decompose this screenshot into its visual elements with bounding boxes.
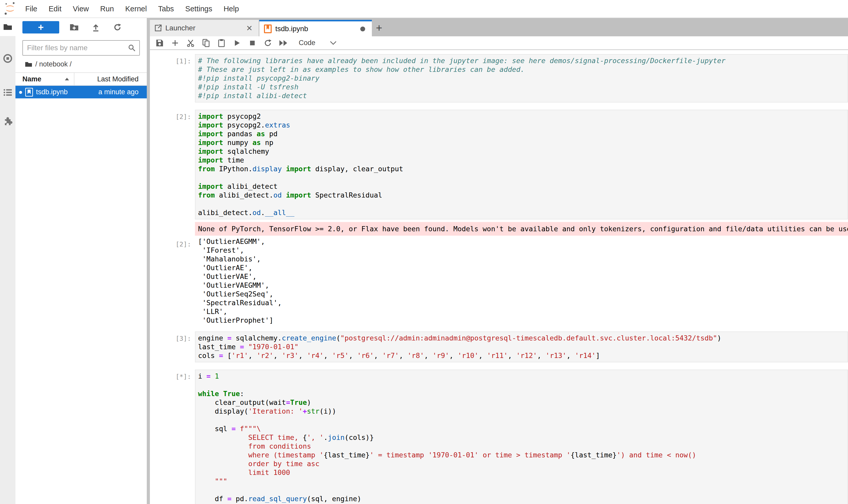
save-button[interactable] <box>152 37 167 49</box>
sidebar-tab-extensions[interactable] <box>0 112 15 130</box>
code-line <box>198 200 847 208</box>
code-line: limit 1000 <box>198 468 847 477</box>
code-line: from conditions <box>198 442 847 451</box>
cell-prompt: [2]: <box>150 110 195 219</box>
save-icon <box>156 39 164 47</box>
refresh-button[interactable] <box>107 21 128 34</box>
output-line: 'OutlierAE', <box>198 264 848 272</box>
menu-item[interactable]: Kernel <box>120 5 152 13</box>
breadcrumb[interactable]: / notebook / <box>25 60 147 68</box>
jupyterlab-window: FileEditViewRunKernelTabsSettingsHelp <box>0 0 848 504</box>
add-cell-button[interactable] <box>167 37 183 49</box>
menu-items: FileEditViewRunKernelTabsSettingsHelp <box>20 5 245 13</box>
file-row-selected[interactable]: ● tsdb.ipynb a minute ago <box>15 86 147 98</box>
dock-tab-bar: Launcher ✕ tsdb.ipynb + <box>150 18 848 36</box>
code-cell-editor[interactable]: # The following libraries have already b… <box>195 54 848 103</box>
execute-result-output: ['OutlierAEGMM', 'IForest', 'Mahalanobis… <box>195 237 848 325</box>
code-line: SELECT time, {', '.join(cols)} <box>198 433 847 442</box>
run-all-cells-button[interactable] <box>275 37 291 49</box>
copy-cells-button[interactable] <box>198 37 214 49</box>
tab-notebook-active[interactable]: tsdb.ipynb <box>259 20 372 36</box>
column-header-name[interactable]: Name <box>15 73 74 85</box>
interrupt-kernel-button[interactable] <box>245 37 260 49</box>
code-cell-row: [*]:i = 1 while True: clear_output(wait=… <box>150 370 848 504</box>
activity-bar <box>0 18 15 504</box>
code-line: order by time asc <box>198 460 847 468</box>
menu-item[interactable]: Edit <box>43 5 67 13</box>
code-line: import psycopg2 <box>198 112 847 121</box>
code-line <box>198 486 847 494</box>
chevron-down-icon[interactable] <box>330 41 337 45</box>
menu-item[interactable]: Settings <box>180 5 218 13</box>
menu-item[interactable]: Run <box>94 5 120 13</box>
notebook-file-icon <box>264 24 272 33</box>
sidebar-tab-table-of-contents[interactable] <box>0 84 15 102</box>
running-sessions-icon <box>3 54 12 63</box>
code-cell-row: [3]:engine = sqlalchemy.create_engine("p… <box>150 331 848 362</box>
file-last-modified: a minute ago <box>68 88 147 96</box>
cut-cells-button[interactable] <box>183 37 198 49</box>
output-line: 'LLR', <box>198 307 848 316</box>
new-tab-button[interactable]: + <box>372 20 386 36</box>
menu-item[interactable]: View <box>67 5 94 13</box>
notebook-toolbar: Code <box>150 36 848 50</box>
extensions-icon <box>3 116 12 125</box>
code-line <box>198 173 847 182</box>
code-line: import sqlalchemy <box>198 147 847 156</box>
code-line: from alibi_detect.od import SpectralResi… <box>198 191 847 200</box>
file-browser-panel: + <box>15 18 147 504</box>
code-line: df = pd.read_sql_query(sql, engine) <box>198 494 847 503</box>
new-folder-icon <box>70 24 79 31</box>
cell-prompt: [3]: <box>150 331 195 362</box>
output-line: 'Mahalanobis', <box>198 255 848 264</box>
code-cell-editor[interactable]: i = 1 while True: clear_output(wait=True… <box>195 370 848 504</box>
code-cell-editor[interactable]: import psycopg2import psycopg2.extrasimp… <box>195 110 848 219</box>
code-line: alibi_detect.od.__all__ <box>198 208 847 217</box>
cell-type-select[interactable]: Code <box>299 39 315 47</box>
panel-resize-handle[interactable] <box>147 18 150 504</box>
code-line: import pandas as pd <box>198 129 847 138</box>
menu-item[interactable]: Help <box>218 5 245 13</box>
code-line: import psycopg2.extras <box>198 121 847 129</box>
add-icon <box>172 39 179 47</box>
stop-icon <box>249 40 256 46</box>
notebook-cells-area[interactable]: [1]:# The following libraries have alrea… <box>150 50 848 504</box>
paste-cells-button[interactable] <box>214 37 229 49</box>
menu-item[interactable]: Tabs <box>152 5 180 13</box>
notebook-file-icon <box>25 88 33 96</box>
code-line: engine = sqlalchemy.create_engine("postg… <box>198 334 847 343</box>
code-line: cols = ['r1', 'r2', 'r3', 'r4', 'r5', 'r… <box>198 351 847 360</box>
code-line: #!pip install alibi-detect <box>198 91 847 100</box>
restart-kernel-button[interactable] <box>260 37 275 49</box>
stderr-warning-output: None of PyTorch, TensorFlow >= 2.0, or F… <box>195 222 848 236</box>
warning-text: None of PyTorch, TensorFlow >= 2.0, or F… <box>198 226 848 232</box>
code-cell-editor[interactable]: engine = sqlalchemy.create_engine("postg… <box>195 331 848 362</box>
unsaved-changes-dot[interactable] <box>360 26 365 32</box>
code-line: from IPython.display import display, cle… <box>198 165 847 173</box>
new-folder-button[interactable] <box>64 21 85 34</box>
upload-button[interactable] <box>85 21 107 34</box>
run-cell-button[interactable] <box>229 37 245 49</box>
tab-launcher[interactable]: Launcher ✕ <box>150 20 259 36</box>
code-line <box>198 416 847 425</box>
close-icon[interactable]: ✕ <box>245 24 254 33</box>
output-line: 'OutlierVAE', <box>198 272 848 281</box>
column-header-last-modified[interactable]: Last Modified <box>74 75 147 83</box>
new-launcher-button[interactable]: + <box>22 21 59 34</box>
file-list-headers: Name Last Modified <box>15 72 147 86</box>
filter-files-input[interactable] <box>23 43 128 52</box>
code-line: display('Iteration: '+str(i)) <box>198 407 847 416</box>
code-line: #!pip install -U tsfresh <box>198 83 847 91</box>
menu-item[interactable]: File <box>20 5 43 13</box>
table-of-contents-icon <box>3 89 12 96</box>
sidebar-tab-running-sessions[interactable] <box>0 50 15 68</box>
file-browser-toolbar: + <box>15 21 147 34</box>
code-line: sql = f"""\ <box>198 425 847 433</box>
code-line: last_time = "1970-01-01" <box>198 343 847 351</box>
menu-bar: FileEditViewRunKernelTabsSettingsHelp <box>0 0 848 18</box>
search-icon <box>128 44 136 52</box>
output-line: 'OutlierProphet'] <box>198 316 848 325</box>
cell-prompt: [2]: <box>150 237 195 325</box>
sidebar-tab-file-browser[interactable] <box>0 18 15 36</box>
code-line: import numpy as np <box>198 138 847 147</box>
